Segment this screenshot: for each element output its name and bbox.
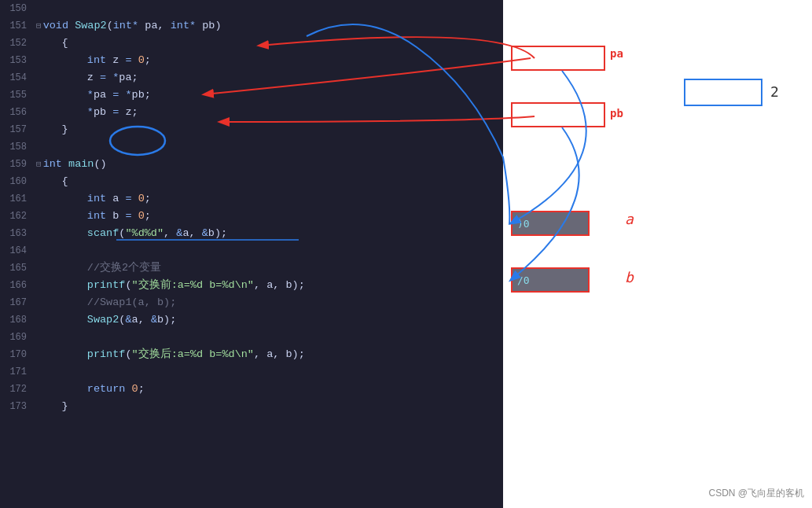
a-label: a xyxy=(625,211,634,227)
code-line-166: 166 printf("交换前:a=%d b=%d\n", a, b); xyxy=(0,277,503,294)
code-line-172: 172 return 0; xyxy=(0,381,503,398)
code-line-169: 169 xyxy=(0,329,503,346)
pa-label: pa xyxy=(610,47,623,60)
code-line-152: 152 { xyxy=(0,35,503,52)
code-line-154: 154 z = *pa; xyxy=(0,69,503,87)
code-line-171: 171 xyxy=(0,363,503,381)
watermark: CSDN @飞向星的客机 xyxy=(708,487,804,500)
code-line-163: 163 scanf("%d%d", &a, &b); xyxy=(0,225,503,242)
code-line-159: 159 ⊟int main() xyxy=(0,156,503,173)
value2-label: 2 xyxy=(770,83,779,100)
pb-label: pb xyxy=(610,107,623,120)
pb-pointer-box xyxy=(511,102,605,127)
value2-box xyxy=(684,79,762,106)
code-line-158: 158 xyxy=(0,138,503,156)
code-line-151: 151 ⊟void Swap2(int* pa, int* pb) xyxy=(0,17,503,35)
b-label: b xyxy=(625,269,634,285)
pa-pointer-box xyxy=(511,46,605,71)
code-line-157: 157 } xyxy=(0,121,503,138)
code-line-162: 162 int b = 0; xyxy=(0,208,503,225)
code-line-173: 173 } xyxy=(0,398,503,415)
code-line-153: 153 int z = 0; xyxy=(0,52,503,69)
code-line-168: 168 Swap2(&a, &b); xyxy=(0,311,503,329)
annotation-area: 2 pa pb )0 /0 a b xyxy=(503,0,812,508)
code-line-156: 156 *pb = z; xyxy=(0,104,503,121)
mem-box-b: /0 xyxy=(511,267,590,293)
code-line-170: 170 printf("交换后:a=%d b=%d\n", a, b); xyxy=(0,346,503,363)
mem-box-a: )0 xyxy=(511,211,590,236)
code-line-160: 160 { xyxy=(0,173,503,190)
code-line-164: 164 xyxy=(0,242,503,260)
code-line-165: 165 //交换2个变量 xyxy=(0,260,503,277)
code-line-150: 150 xyxy=(0,0,503,17)
code-line-161: 161 int a = 0; xyxy=(0,190,503,208)
code-editor: 150 151 ⊟void Swap2(int* pa, int* pb) 15… xyxy=(0,0,503,508)
code-line-167: 167 //Swap1(a, b); xyxy=(0,294,503,311)
code-line-155: 155 *pa = *pb; xyxy=(0,87,503,104)
